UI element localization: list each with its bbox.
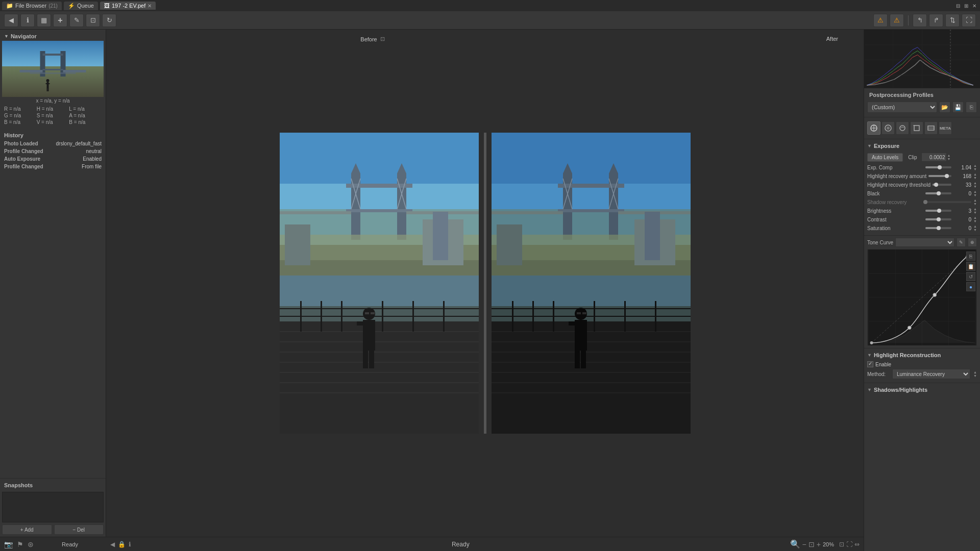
expcomp-up[interactable]: ▲ — [973, 164, 977, 167]
svg-rect-10 — [47, 88, 48, 91]
after-image-pane — [492, 133, 691, 434]
pp-detail-icon[interactable] — [896, 121, 909, 135]
zoom-out-button[interactable]: 🔍 — [790, 539, 800, 549]
tab-queue[interactable]: ⚡ Queue — [64, 2, 98, 10]
saturation-slider[interactable] — [925, 227, 951, 229]
profile-select[interactable]: (Custom) — [867, 102, 937, 113]
hr-method-down[interactable]: ▼ — [973, 374, 977, 378]
brightness-slider[interactable] — [925, 210, 951, 212]
svg-rect-31 — [280, 276, 479, 306]
black-down[interactable]: ▼ — [973, 193, 977, 197]
expcomp-down[interactable]: ▼ — [973, 167, 977, 171]
saturation-row: Saturation 0 ▲ ▼ — [867, 224, 977, 232]
saturation-up[interactable]: ▲ — [973, 224, 977, 228]
svg-rect-51 — [357, 321, 369, 325]
tc-color-button[interactable]: ● — [966, 282, 975, 291]
zoom-plus-button[interactable]: + — [817, 540, 821, 548]
grid-button[interactable]: ▦ — [37, 14, 51, 27]
zoom-out-icon[interactable]: − — [802, 540, 806, 548]
svg-rect-9 — [46, 83, 50, 84]
pp-transform-icon[interactable] — [910, 121, 923, 135]
sr-up[interactable]: ▲ — [973, 198, 977, 202]
tc-copy-button[interactable]: ⎘ — [966, 252, 975, 261]
profile-open-button[interactable]: 📂 — [939, 102, 950, 113]
zoom-fit-button[interactable]: ⊡ — [808, 540, 815, 548]
tab-file-browser[interactable]: 📁 File Browser ( 21 ) — [2, 2, 62, 10]
pp-raw-icon[interactable] — [924, 121, 938, 135]
hr-enable-checkbox[interactable] — [867, 361, 873, 367]
maximize-button[interactable]: ⊞ — [963, 2, 970, 9]
hr-enable-row: Enable — [867, 361, 977, 367]
view-fit-button[interactable]: ⊡ — [839, 541, 844, 548]
tc-paste-button[interactable]: 📋 — [966, 262, 975, 271]
info-button[interactable]: ℹ — [20, 14, 35, 27]
pencil-button[interactable]: ✎ — [69, 14, 84, 27]
tone-curve-graph[interactable]: ⎘ 📋 ↺ ● — [867, 249, 977, 346]
hra-up[interactable]: ▲ — [973, 172, 977, 176]
arrow-left-icon[interactable]: ◀ — [110, 541, 115, 548]
tab-current-file[interactable]: 🖼 197 -2 EV.pef ✕ — [100, 2, 156, 10]
clip-down-arrow[interactable]: ▼ — [947, 157, 951, 161]
hra-down[interactable]: ▼ — [973, 176, 977, 180]
warn1-button[interactable]: ⚠ — [873, 14, 888, 27]
rot-left-button[interactable]: ↰ — [913, 14, 927, 27]
close-tab-icon[interactable]: ✕ — [148, 3, 152, 9]
pp-meta-icon[interactable]: META — [939, 121, 952, 135]
zoom-controls: 🔍 − ⊡ + 20% ⊡ ⛶ ⇔ — [790, 539, 860, 549]
svg-rect-3 — [43, 69, 63, 70]
contrast-down[interactable]: ▼ — [973, 219, 977, 223]
minimize-button[interactable]: ⊟ — [954, 2, 962, 9]
svg-rect-97 — [581, 350, 586, 368]
history-item: Auto Exposure Enabled — [2, 155, 104, 163]
titlebar: 📁 File Browser ( 21 ) ⚡ Queue 🖼 197 -2 E… — [0, 0, 980, 11]
add-snapshot-button[interactable]: + Add — [2, 524, 52, 535]
highlight-recovery-amount-slider[interactable] — [928, 175, 951, 177]
file-browser-icon: 📁 — [6, 3, 13, 9]
info-icon[interactable]: ℹ — [129, 541, 131, 548]
rotate-button[interactable]: ↻ — [102, 14, 116, 27]
hr-method-select[interactable]: Luminance Recovery — [892, 369, 970, 379]
view-fullscreen-button[interactable]: ⛶ — [846, 541, 852, 548]
tone-curve-select[interactable] — [895, 238, 954, 247]
pp-color-icon[interactable] — [881, 121, 895, 135]
saturation-down[interactable]: ▼ — [973, 228, 977, 232]
close-button[interactable]: ✕ — [971, 2, 978, 9]
hr-method-up[interactable]: ▲ — [973, 370, 977, 374]
sr-down[interactable]: ▼ — [973, 202, 977, 206]
black-up[interactable]: ▲ — [973, 190, 977, 193]
clip-input[interactable] — [921, 153, 947, 162]
tone-curve-expand-button[interactable]: ⊕ — [968, 238, 977, 247]
clip-up-arrow[interactable]: ▲ — [947, 154, 951, 157]
toolbar: ◀ ℹ ▦ + ✎ ⊡ ↻ ⚠ ⚠ ↰ ↱ ⇅ ⛶ — [0, 11, 980, 30]
brightness-up[interactable]: ▲ — [973, 207, 977, 211]
add-button[interactable]: + — [53, 14, 67, 27]
rot-right-button[interactable]: ↱ — [929, 14, 943, 27]
prev-button[interactable]: ◀ — [4, 14, 18, 27]
svg-rect-33 — [280, 321, 479, 434]
hrt-down[interactable]: ▼ — [973, 185, 977, 188]
contrast-up[interactable]: ▲ — [973, 216, 977, 219]
flip-button[interactable]: ⇅ — [945, 14, 960, 27]
hrt-up[interactable]: ▲ — [973, 181, 977, 185]
navigator-thumbnail — [2, 41, 104, 97]
pp-exposure-icon[interactable] — [867, 121, 880, 135]
tc-reset-button[interactable]: ↺ — [966, 272, 975, 281]
exp-comp-slider[interactable] — [925, 166, 951, 168]
profile-copy-button[interactable]: ⎘ — [966, 102, 977, 113]
warn2-button[interactable]: ⚠ — [890, 14, 904, 27]
view-side-button[interactable]: ⇔ — [854, 541, 860, 548]
highlight-recovery-threshold-slider[interactable] — [933, 184, 951, 186]
auto-levels-button[interactable]: Auto Levels — [867, 153, 903, 162]
lock-icon[interactable]: 🔒 — [118, 541, 126, 548]
profile-save-button[interactable]: 💾 — [952, 102, 964, 113]
contrast-slider[interactable] — [925, 218, 951, 220]
brightness-down[interactable]: ▼ — [973, 211, 977, 214]
tone-curve-edit-button[interactable]: ✎ — [957, 238, 966, 247]
crop-button[interactable]: ⊡ — [86, 14, 100, 27]
del-snapshot-button[interactable]: − Del — [54, 524, 104, 535]
fullscreen-button[interactable]: ⛶ — [962, 14, 976, 27]
highlight-recovery-threshold-row: Highlight recovery threshold 33 ▲ ▼ — [867, 181, 977, 188]
black-slider[interactable] — [925, 192, 951, 194]
shadow-recovery-slider[interactable] — [925, 201, 971, 203]
shadows-highlights-title: ▼ Shadows/Highlights — [867, 385, 977, 394]
